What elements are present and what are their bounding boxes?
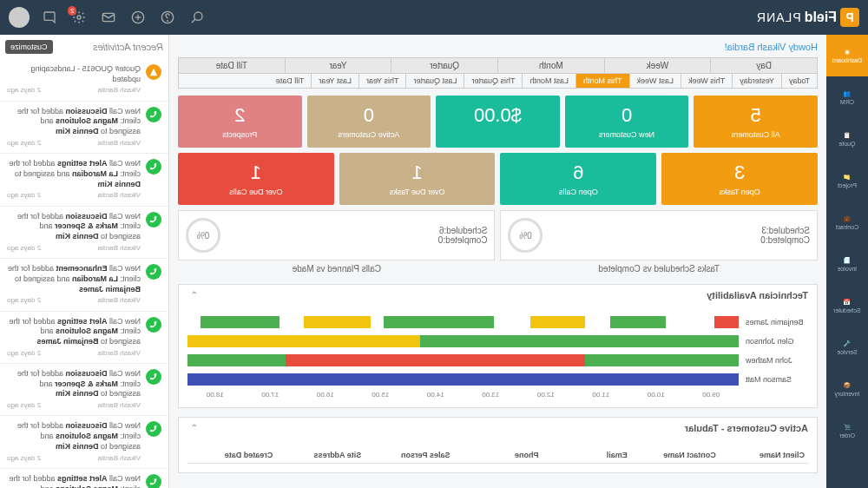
availability-segment xyxy=(384,316,494,328)
tab-this-year[interactable]: This Year xyxy=(358,74,406,88)
availability-segment xyxy=(187,354,286,366)
activity-text: New Call Discussion added for the client… xyxy=(7,212,141,253)
activity-item[interactable]: New Call Alert settings added for the cl… xyxy=(0,312,168,364)
kpi-card[interactable]: 1Over Due Tasks xyxy=(339,153,496,205)
tab-till-date[interactable]: Till Date xyxy=(269,74,312,88)
activity-user: Vikash Bardia xyxy=(98,454,141,463)
availability-segment xyxy=(304,316,371,328)
table-title: Active Customers - Tabular xyxy=(685,423,808,433)
kpi-card[interactable]: 1Over Due Calls xyxy=(178,153,334,205)
tech-name: John Mathew xyxy=(739,356,808,365)
collapse-icon[interactable]: ⌃ xyxy=(187,290,198,300)
collapse-icon[interactable]: ⌃ xyxy=(187,423,198,433)
kpi-card[interactable]: 2Prospects xyxy=(178,96,302,148)
activity-item[interactable]: New Call Discussion added for the client… xyxy=(0,364,168,416)
chat-icon[interactable] xyxy=(40,8,59,27)
sidebar-item-inventory[interactable]: 📦Inventory xyxy=(826,368,868,410)
kpi-value: 0 xyxy=(311,104,428,127)
call-icon xyxy=(146,317,161,333)
svg-point-8 xyxy=(77,16,81,19)
sidebar-item-invoice[interactable]: 📄Invoice xyxy=(826,243,868,285)
tab-this-quarter[interactable]: This Quarter xyxy=(464,74,522,88)
activity-user: Vikash Bardia xyxy=(98,401,141,410)
table-col[interactable]: Email xyxy=(542,451,631,459)
activity-time: 2 days ago xyxy=(7,349,41,358)
sidebar-label: Service xyxy=(837,349,857,355)
sidebar-item-dashboard[interactable]: ◉Dashboard xyxy=(826,35,868,76)
activity-user: Vikash Bardia xyxy=(98,86,141,95)
kpi-card[interactable]: 5All Customers xyxy=(694,96,818,148)
help-icon[interactable] xyxy=(158,8,177,27)
tab-this-month[interactable]: This Month xyxy=(575,74,629,88)
table-col[interactable]: Contact Name xyxy=(631,451,720,459)
axis-tick: 15.00 xyxy=(353,391,409,399)
sidebar-label: Contract xyxy=(836,224,858,230)
table-col[interactable]: Sales Person xyxy=(365,451,453,459)
activity-item[interactable]: New Call Discussion added for the client… xyxy=(0,102,168,154)
tab-this-week[interactable]: This Week xyxy=(681,74,732,88)
axis-tick: 18.00 xyxy=(187,391,243,399)
activity-item[interactable]: Quote# QUO615 - Landscaping updatedVikas… xyxy=(0,59,168,102)
period-till-date: Till Date xyxy=(179,58,285,73)
tab-last-year[interactable]: Last Year xyxy=(311,74,358,88)
activity-text: Quote# QUO615 - Landscaping updatedVikas… xyxy=(7,64,141,96)
table-col[interactable]: Created Date xyxy=(187,451,276,459)
tab-today[interactable]: Today xyxy=(781,74,817,88)
table-col[interactable]: Site Address xyxy=(276,451,365,459)
sidebar-label: Quote xyxy=(838,141,855,147)
sidebar-item-order[interactable]: 🛒Order xyxy=(826,410,868,452)
call-icon xyxy=(146,421,161,437)
axis-tick: 13.00 xyxy=(464,391,519,399)
sidebar-item-service[interactable]: 🔧Service xyxy=(826,326,868,368)
kpi-card[interactable]: 0New Customers xyxy=(565,96,689,148)
sidebar-item-contract[interactable]: 💼Contract xyxy=(826,201,868,243)
tab-yesterday[interactable]: Yesterday xyxy=(732,74,781,88)
tech-row: Glen Johnson xyxy=(187,333,808,349)
content: Howdy Vikash Bardia! DayWeekMonthQuarter… xyxy=(169,35,826,488)
sidebar-icon: 📅 xyxy=(844,299,852,306)
customize-button[interactable]: Customize xyxy=(5,40,53,54)
gear-icon[interactable]: 2 xyxy=(69,8,89,27)
kpi-label: Over Due Tasks xyxy=(343,188,492,196)
activity-item[interactable]: New Call Alert settings added for the cl… xyxy=(0,469,168,488)
tab-last-quarter[interactable]: Last Quarter xyxy=(405,74,464,88)
table-col[interactable]: Phone xyxy=(453,451,542,459)
tab-last-week[interactable]: Last Week xyxy=(629,74,681,88)
activity-item[interactable]: New Call Enhancement added for the clien… xyxy=(0,259,168,311)
axis-tick: 16.00 xyxy=(298,391,353,399)
tech-availability-panel: Technician Availability⌃ Benjamin JamesG… xyxy=(178,284,818,408)
call-icon xyxy=(146,107,161,122)
call-icon xyxy=(146,264,161,280)
activity-item[interactable]: New Call Discussion added for the client… xyxy=(0,416,168,468)
activity-time: 2 days ago xyxy=(7,139,41,148)
activity-list[interactable]: Quote# QUO615 - Landscaping updatedVikas… xyxy=(0,59,168,488)
sidebar-item-scheduler[interactable]: 📅Scheduler xyxy=(826,285,868,326)
availability-segment xyxy=(286,354,585,366)
logo[interactable]: P Field PLANR xyxy=(756,8,859,27)
activity-item[interactable]: New Call Discussion added for the client… xyxy=(0,207,168,259)
tab-last-month[interactable]: Last Month xyxy=(522,74,575,88)
sidebar-item-crm[interactable]: 👥CRM xyxy=(826,76,868,118)
mail-icon[interactable] xyxy=(99,8,118,27)
kpi-value: 1 xyxy=(343,162,492,184)
kpi-card[interactable]: 6Open Calls xyxy=(501,153,657,205)
search-icon[interactable] xyxy=(187,8,207,27)
kpi-card[interactable]: 0Active Customers xyxy=(307,96,431,148)
availability-segment xyxy=(201,316,279,328)
period-day: Day xyxy=(710,58,817,73)
avatar[interactable] xyxy=(9,7,30,28)
availability-segment xyxy=(714,316,739,328)
sidebar-label: Inventory xyxy=(835,391,860,397)
warning-icon xyxy=(146,64,161,80)
activity-text: New Call Discussion added for the client… xyxy=(7,369,141,410)
recent-activities-title: Recent Activities xyxy=(93,42,163,52)
period-header: DayWeekMonthQuarterYearTill Date xyxy=(178,57,818,74)
add-icon[interactable] xyxy=(128,8,148,27)
kpi-card[interactable]: 3Open Tasks xyxy=(661,153,818,205)
sidebar-item-quote[interactable]: 📋Quote xyxy=(826,118,868,160)
table-col[interactable]: Client Name xyxy=(720,451,808,459)
kpi-card[interactable]: $0.00 xyxy=(436,96,560,148)
comparison-card: Scheduled:3Completed:00% xyxy=(501,210,819,260)
activity-item[interactable]: New Call Alert settings added for the cl… xyxy=(0,154,168,206)
sidebar-item-project[interactable]: 📁Project xyxy=(826,160,868,201)
